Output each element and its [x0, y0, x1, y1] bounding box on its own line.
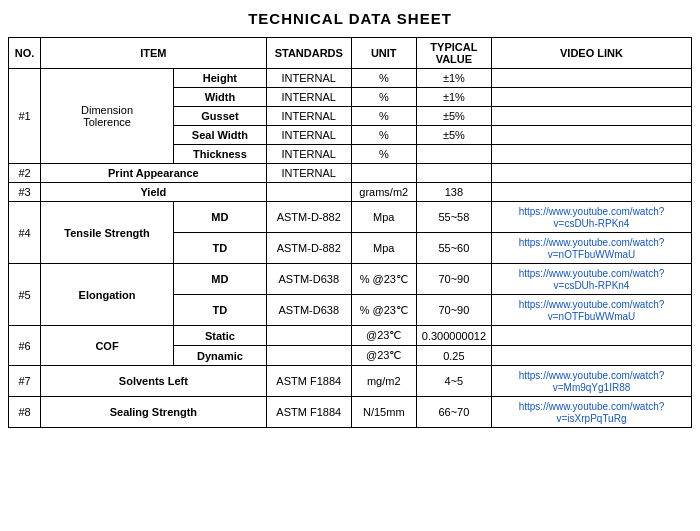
sub-dynamic-6: Dynamic: [174, 346, 267, 366]
header-standards: STANDARDS: [266, 38, 351, 69]
video-link-7[interactable]: https://www.youtube.com/watch?v=Mm9qYg1I…: [519, 370, 665, 393]
unit-md-5: % @23℃: [351, 264, 416, 295]
unit-static-6: @23℃: [351, 326, 416, 346]
sub-static-6: Static: [174, 326, 267, 346]
row-no-1: #1: [9, 69, 41, 164]
unit-thickness: %: [351, 145, 416, 164]
std-width: INTERNAL: [266, 88, 351, 107]
row-item-4: Tensile Strength: [41, 202, 174, 264]
video-link-md-5[interactable]: https://www.youtube.com/watch?v=csDUh-RP…: [519, 268, 665, 291]
video-link-td-5[interactable]: https://www.youtube.com/watch?v=nOTFbuWW…: [519, 299, 665, 322]
sub-height: Height: [174, 69, 267, 88]
video-link-td-4[interactable]: https://www.youtube.com/watch?v=nOTFbuWW…: [519, 237, 665, 260]
video-gusset: [492, 107, 692, 126]
video-dynamic-6: [492, 346, 692, 366]
video-seal-width: [492, 126, 692, 145]
std-td-4: ASTM-D-882: [266, 233, 351, 264]
video-md-5[interactable]: https://www.youtube.com/watch?v=csDUh-RP…: [492, 264, 692, 295]
val-dynamic-6: 0.25: [416, 346, 491, 366]
val-width: ±1%: [416, 88, 491, 107]
val-md-5: 70~90: [416, 264, 491, 295]
std-gusset: INTERNAL: [266, 107, 351, 126]
sub-td-4: TD: [174, 233, 267, 264]
unit-md-4: Mpa: [351, 202, 416, 233]
table-row: #1 DimensionTolerence Height INTERNAL % …: [9, 69, 692, 88]
unit-dynamic-6: @23℃: [351, 346, 416, 366]
std-md-4: ASTM-D-882: [266, 202, 351, 233]
table-row: #2 Print Appearance INTERNAL: [9, 164, 692, 183]
row-no-2: #2: [9, 164, 41, 183]
header-no: NO.: [9, 38, 41, 69]
video-static-6: [492, 326, 692, 346]
row-item-2: Print Appearance: [41, 164, 267, 183]
val-height: ±1%: [416, 69, 491, 88]
video-md-4[interactable]: https://www.youtube.com/watch?v=csDUh-RP…: [492, 202, 692, 233]
row-item-6: COF: [41, 326, 174, 366]
header-item: ITEM: [41, 38, 267, 69]
table-row: #5 Elongation MD ASTM-D638 % @23℃ 70~90 …: [9, 264, 692, 295]
row-item-8: Sealing Strength: [41, 397, 267, 428]
sub-thickness: Thickness: [174, 145, 267, 164]
page-title: TECHNICAL DATA SHEET: [8, 10, 692, 27]
table-row: #6 COF Static @23℃ 0.300000012: [9, 326, 692, 346]
unit-2: [351, 164, 416, 183]
video-7[interactable]: https://www.youtube.com/watch?v=Mm9qYg1I…: [492, 366, 692, 397]
header-typical-value: TYPICAL VALUE: [416, 38, 491, 69]
unit-td-5: % @23℃: [351, 295, 416, 326]
val-md-4: 55~58: [416, 202, 491, 233]
table-row: #4 Tensile Strength MD ASTM-D-882 Mpa 55…: [9, 202, 692, 233]
sub-md-5: MD: [174, 264, 267, 295]
sub-td-5: TD: [174, 295, 267, 326]
val-seal-width: ±5%: [416, 126, 491, 145]
data-table: NO. ITEM STANDARDS UNIT TYPICAL VALUE VI…: [8, 37, 692, 428]
unit-height: %: [351, 69, 416, 88]
video-link-md-4[interactable]: https://www.youtube.com/watch?v=csDUh-RP…: [519, 206, 665, 229]
val-3: 138: [416, 183, 491, 202]
unit-td-4: Mpa: [351, 233, 416, 264]
video-td-5[interactable]: https://www.youtube.com/watch?v=nOTFbuWW…: [492, 295, 692, 326]
val-td-4: 55~60: [416, 233, 491, 264]
video-td-4[interactable]: https://www.youtube.com/watch?v=nOTFbuWW…: [492, 233, 692, 264]
row-no-4: #4: [9, 202, 41, 264]
video-thickness: [492, 145, 692, 164]
unit-7: mg/m2: [351, 366, 416, 397]
val-7: 4~5: [416, 366, 491, 397]
sub-seal-width: Seal Width: [174, 126, 267, 145]
std-thickness: INTERNAL: [266, 145, 351, 164]
row-no-7: #7: [9, 366, 41, 397]
row-item-1: DimensionTolerence: [41, 69, 174, 164]
unit-width: %: [351, 88, 416, 107]
video-width: [492, 88, 692, 107]
sub-gusset: Gusset: [174, 107, 267, 126]
std-3: [266, 183, 351, 202]
std-md-5: ASTM-D638: [266, 264, 351, 295]
row-item-3: Yield: [41, 183, 267, 202]
row-no-6: #6: [9, 326, 41, 366]
val-gusset: ±5%: [416, 107, 491, 126]
video-8[interactable]: https://www.youtube.com/watch?v=isXrpPqT…: [492, 397, 692, 428]
val-td-5: 70~90: [416, 295, 491, 326]
video-link-8[interactable]: https://www.youtube.com/watch?v=isXrpPqT…: [519, 401, 665, 424]
video-height: [492, 69, 692, 88]
std-static-6: [266, 326, 351, 346]
std-seal-width: INTERNAL: [266, 126, 351, 145]
table-row: #8 Sealing Strength ASTM F1884 N/15mm 66…: [9, 397, 692, 428]
video-2: [492, 164, 692, 183]
row-no-3: #3: [9, 183, 41, 202]
row-no-5: #5: [9, 264, 41, 326]
table-row: #3 Yield grams/m2 138: [9, 183, 692, 202]
sub-width: Width: [174, 88, 267, 107]
unit-8: N/15mm: [351, 397, 416, 428]
std-dynamic-6: [266, 346, 351, 366]
val-2: [416, 164, 491, 183]
val-thickness: [416, 145, 491, 164]
std-td-5: ASTM-D638: [266, 295, 351, 326]
table-row: #7 Solvents Left ASTM F1884 mg/m2 4~5 ht…: [9, 366, 692, 397]
std-height: INTERNAL: [266, 69, 351, 88]
header-unit: UNIT: [351, 38, 416, 69]
std-7: ASTM F1884: [266, 366, 351, 397]
header-video-link: VIDEO LINK: [492, 38, 692, 69]
std-2: INTERNAL: [266, 164, 351, 183]
row-no-8: #8: [9, 397, 41, 428]
sub-md-4: MD: [174, 202, 267, 233]
